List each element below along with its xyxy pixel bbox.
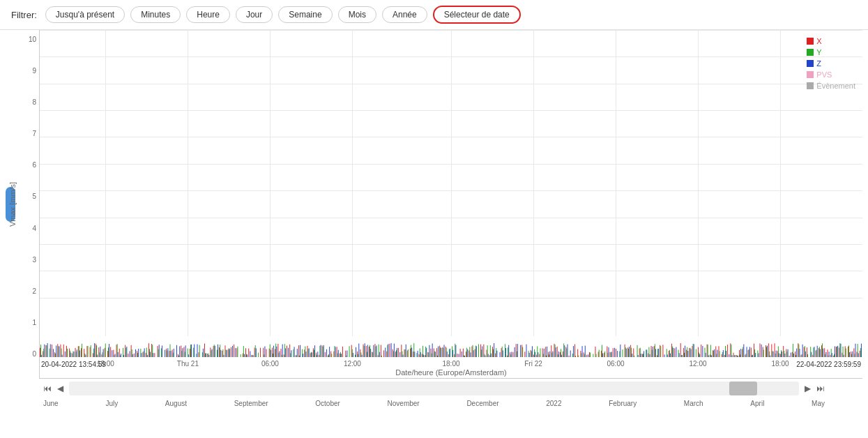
svg-rect-214 <box>287 346 287 357</box>
svg-rect-4 <box>43 349 44 357</box>
timeline-thumb[interactable] <box>729 382 757 395</box>
svg-rect-718 <box>846 348 846 357</box>
svg-rect-262 <box>338 350 339 357</box>
timeline-month: June <box>43 400 59 407</box>
svg-rect-191 <box>260 348 261 357</box>
svg-rect-213 <box>285 348 286 357</box>
svg-rect-557 <box>674 348 675 357</box>
timeline-area: ⏮ ◀ ▶ ⏭ JuneJulyAugustSeptemberOctoberNo… <box>6 379 862 421</box>
svg-rect-689 <box>817 346 818 357</box>
svg-rect-154 <box>215 346 215 357</box>
filter-btn-annee[interactable]: Année <box>382 6 427 23</box>
svg-rect-168 <box>229 349 230 357</box>
y-tick: 0 <box>20 350 36 358</box>
svg-rect-532 <box>646 349 647 357</box>
svg-rect-567 <box>686 350 687 357</box>
svg-rect-57 <box>102 352 103 357</box>
chart-plot[interactable]: XYZPVSÉvènement 18:00Thu 2106:0012:0018:… <box>39 30 862 379</box>
v-grid-line <box>533 30 534 336</box>
svg-rect-727 <box>855 344 856 357</box>
svg-rect-656 <box>782 352 782 357</box>
svg-rect-318 <box>402 352 402 357</box>
svg-rect-384 <box>472 347 473 357</box>
filter-btn-minutes[interactable]: Minutes <box>130 6 181 23</box>
timeline-nav: ⏮ ◀ ▶ ⏭ <box>40 379 828 398</box>
svg-rect-571 <box>690 348 690 357</box>
svg-rect-671 <box>798 343 798 357</box>
svg-rect-677 <box>804 347 805 357</box>
filter-btn-jour[interactable]: Jour <box>236 6 273 23</box>
svg-rect-599 <box>722 352 723 357</box>
svg-rect-35 <box>78 346 79 357</box>
timeline-next-btn[interactable]: ▶ <box>802 382 814 395</box>
svg-rect-516 <box>628 349 629 357</box>
svg-rect-64 <box>110 347 111 357</box>
svg-rect-728 <box>857 352 858 357</box>
svg-rect-248 <box>323 347 323 357</box>
filter-btn-mois[interactable]: Mois <box>338 6 376 23</box>
svg-rect-682 <box>810 347 811 357</box>
filter-btn-selecteur[interactable]: Sélecteur de date <box>433 6 521 24</box>
legend-color-pvs <box>807 71 814 78</box>
timeline-last-btn[interactable]: ⏭ <box>814 382 828 395</box>
svg-rect-288 <box>369 347 370 357</box>
svg-rect-345 <box>431 349 432 357</box>
timeline-month: December <box>466 400 498 407</box>
svg-rect-592 <box>714 349 715 357</box>
svg-rect-403 <box>492 347 493 357</box>
svg-rect-588 <box>710 345 711 357</box>
svg-rect-380 <box>467 349 468 357</box>
filter-btn-semaine[interactable]: Semaine <box>278 6 332 23</box>
svg-rect-504 <box>611 352 612 357</box>
svg-rect-334 <box>420 348 420 357</box>
svg-rect-251 <box>326 349 327 357</box>
svg-rect-106 <box>158 349 159 357</box>
svg-rect-590 <box>713 350 713 357</box>
svg-rect-270 <box>349 346 350 357</box>
timeline-month: September <box>234 400 268 407</box>
legend-label-evenement: Évènement <box>816 82 855 90</box>
svg-rect-44 <box>88 346 89 357</box>
filter-btn-jusqu[interactable]: Jusqu'à présent <box>45 6 125 23</box>
svg-rect-545 <box>660 345 660 357</box>
svg-rect-468 <box>565 347 566 357</box>
svg-rect-135 <box>193 348 194 357</box>
filter-btn-heure[interactable]: Heure <box>186 6 230 23</box>
svg-rect-127 <box>184 347 185 357</box>
svg-rect-521 <box>633 348 634 357</box>
svg-rect-709 <box>837 347 837 357</box>
svg-rect-505 <box>613 348 614 357</box>
svg-rect-374 <box>462 352 462 357</box>
svg-rect-576 <box>696 349 696 357</box>
svg-rect-617 <box>740 349 741 357</box>
timeline-prev-btn[interactable]: ◀ <box>54 382 66 395</box>
svg-rect-305 <box>387 345 388 357</box>
svg-rect-566 <box>685 346 685 357</box>
svg-rect-312 <box>395 352 396 357</box>
svg-rect-732 <box>860 348 861 357</box>
svg-rect-163 <box>225 345 226 357</box>
timeline-month: July <box>105 400 118 407</box>
y-tick: 3 <box>20 256 36 264</box>
svg-rect-657 <box>783 346 784 357</box>
svg-rect-388 <box>475 346 476 357</box>
svg-rect-411 <box>502 347 503 357</box>
svg-rect-264 <box>340 352 341 357</box>
svg-rect-39 <box>82 344 82 357</box>
timeline-first-btn[interactable]: ⏮ <box>40 382 54 395</box>
timeline-month: October <box>315 400 340 407</box>
svg-rect-561 <box>680 343 681 357</box>
svg-rect-83 <box>132 349 132 357</box>
filter-label: Filtrer: <box>11 10 37 20</box>
v-grid-line <box>188 30 188 336</box>
svg-rect-724 <box>852 352 853 357</box>
timeline-track[interactable] <box>69 382 799 395</box>
svg-rect-552 <box>669 350 670 357</box>
svg-rect-59 <box>105 348 105 357</box>
svg-rect-246 <box>321 345 321 357</box>
svg-rect-259 <box>335 347 336 357</box>
x-tick-label: 18:00 <box>442 360 459 368</box>
timeline-month: August <box>165 400 187 407</box>
svg-rect-433 <box>531 350 531 357</box>
svg-rect-429 <box>524 352 525 357</box>
